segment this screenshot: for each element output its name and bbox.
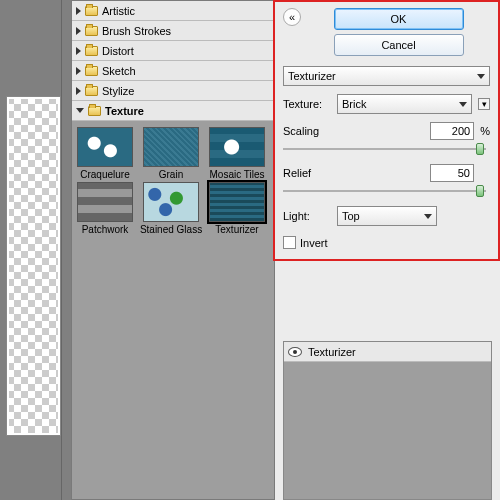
settings-highlight: « OK Cancel Texturizer Texture: Brick (273, 0, 500, 261)
folder-icon (85, 66, 98, 76)
folder-icon (85, 6, 98, 16)
texture-label: Texture: (283, 98, 331, 110)
folder-icon (88, 106, 101, 116)
thumb-image (77, 182, 133, 222)
thumb-image (143, 182, 199, 222)
folder-icon (85, 86, 98, 96)
category-brush-strokes[interactable]: Brush Strokes (72, 21, 274, 41)
category-label: Brush Strokes (102, 25, 171, 37)
thumb-mosaic-tiles[interactable]: Mosaic Tiles (208, 127, 266, 180)
texture-value: Brick (342, 98, 366, 110)
category-distort[interactable]: Distort (72, 41, 274, 61)
chevron-right-icon (76, 7, 81, 15)
thumb-craquelure[interactable]: Craquelure (76, 127, 134, 180)
eye-icon[interactable] (288, 347, 302, 357)
category-label: Texture (105, 105, 144, 117)
relief-slider[interactable] (283, 190, 486, 192)
thumb-grain[interactable]: Grain (142, 127, 200, 180)
thumb-image (209, 127, 265, 167)
folder-icon (85, 26, 98, 36)
canvas-checkerboard (6, 96, 61, 436)
chevron-down-icon (424, 214, 432, 219)
texture-menu-button[interactable]: ▾ (478, 98, 490, 110)
category-stylize[interactable]: Stylize (72, 81, 274, 101)
scaling-label: Scaling (283, 125, 331, 137)
light-dropdown[interactable]: Top (337, 206, 437, 226)
category-label: Artistic (102, 5, 135, 17)
folder-icon (85, 46, 98, 56)
filter-gallery-panel: Artistic Brush Strokes Distort Sketch St… (71, 0, 275, 500)
light-value: Top (342, 210, 360, 222)
category-sketch[interactable]: Sketch (72, 61, 274, 81)
thumb-image (209, 182, 265, 222)
thumb-label: Mosaic Tiles (209, 169, 264, 180)
invert-label: Invert (300, 237, 328, 249)
scaling-slider[interactable] (283, 148, 486, 150)
thumb-patchwork[interactable]: Patchwork (76, 182, 134, 235)
thumb-label: Patchwork (82, 224, 129, 235)
ok-button[interactable]: OK (334, 8, 464, 30)
category-label: Sketch (102, 65, 136, 77)
category-label: Stylize (102, 85, 134, 97)
slider-thumb[interactable] (476, 185, 484, 197)
light-label: Light: (283, 210, 331, 222)
collapse-button[interactable]: « (283, 8, 301, 26)
collapse-icon: « (289, 12, 295, 23)
filter-name-dropdown[interactable]: Texturizer (283, 66, 490, 86)
thumb-label: Craquelure (80, 169, 129, 180)
preview-header[interactable]: Texturizer (284, 342, 491, 362)
filter-name-label: Texturizer (288, 70, 336, 82)
canvas-area (0, 0, 61, 500)
layers-preview-panel: Texturizer (283, 341, 492, 500)
category-texture[interactable]: Texture (72, 101, 274, 121)
chevron-right-icon (76, 87, 81, 95)
chevron-down-icon (459, 102, 467, 107)
thumb-label: Grain (159, 169, 183, 180)
invert-checkbox[interactable] (283, 236, 296, 249)
relief-input[interactable]: 50 (430, 164, 474, 182)
thumbnail-grid: Craquelure Grain Mosaic Tiles Patchwork … (72, 121, 274, 499)
slider-thumb[interactable] (476, 143, 484, 155)
thumb-image (143, 127, 199, 167)
thumb-label: Texturizer (215, 224, 258, 235)
cancel-button[interactable]: Cancel (334, 34, 464, 56)
preview-title: Texturizer (308, 346, 356, 358)
chevron-right-icon (76, 67, 81, 75)
texture-dropdown[interactable]: Brick (337, 94, 472, 114)
scaling-input[interactable]: 200 (430, 122, 474, 140)
chevron-right-icon (76, 27, 81, 35)
thumb-image (77, 127, 133, 167)
thumb-texturizer[interactable]: Texturizer (208, 182, 266, 235)
chevron-down-icon (76, 108, 84, 113)
thumb-stained-glass[interactable]: Stained Glass (142, 182, 200, 235)
chevron-right-icon (76, 47, 81, 55)
settings-column: « OK Cancel Texturizer Texture: Brick (275, 0, 500, 500)
category-artistic[interactable]: Artistic (72, 1, 274, 21)
panel-gap (61, 0, 71, 500)
scaling-unit: % (480, 125, 490, 137)
relief-label: Relief (283, 167, 331, 179)
thumb-label: Stained Glass (140, 224, 202, 235)
category-label: Distort (102, 45, 134, 57)
chevron-down-icon (477, 74, 485, 79)
